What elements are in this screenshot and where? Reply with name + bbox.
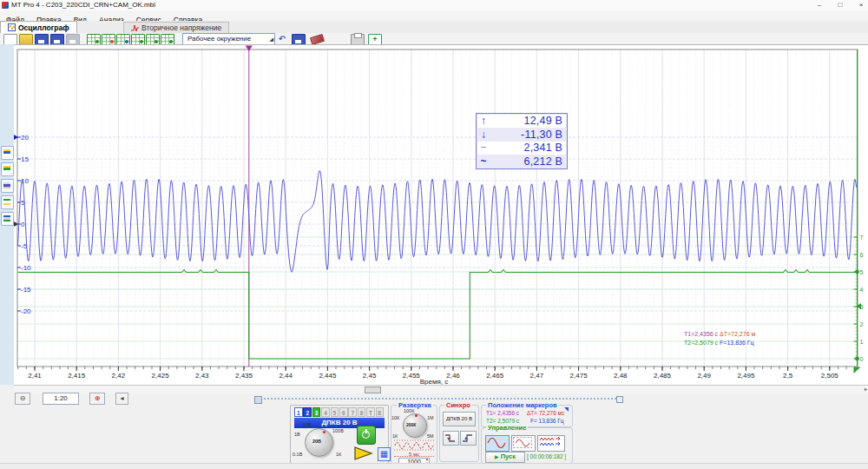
app-window: MT Pro 4 - C203_220CDI_CRN+CAM_OK.mbl – … <box>0 0 868 469</box>
channel-tab-4[interactable]: 4 <box>321 407 330 417</box>
note-f: F=13,836 Гц <box>720 340 754 346</box>
y-left-tick-label: 0 <box>21 221 25 228</box>
swknob-labels-3: 1М <box>427 415 434 420</box>
falling-edge-icon <box>444 433 457 444</box>
tab-oscilloscope-label: Осциллограф <box>18 23 69 32</box>
x-tick-label: 2,445 <box>319 372 337 380</box>
channel-quick-button-5[interactable] <box>1 212 14 226</box>
channel-quick-button-1[interactable] <box>1 146 14 160</box>
scrollbar-thumb[interactable] <box>365 386 381 393</box>
control-panel: Управление ▶ Пуск [ 00:00:06:182 ] <box>481 427 573 464</box>
sync-source-button[interactable]: ДПКВ 20 В <box>443 412 476 426</box>
channel-tab-3[interactable]: 3 <box>312 407 321 417</box>
dc-level-icon: ┄ <box>477 142 490 154</box>
oscilloscope-icon <box>8 23 16 31</box>
green-zero-marker[interactable] <box>855 357 859 361</box>
single-capture-button[interactable] <box>511 435 536 452</box>
sync-title: Синхро <box>444 401 472 409</box>
minimize-button[interactable]: – <box>812 0 826 10</box>
sync-panel: Синхро ДПКВ 20 В <box>439 405 479 462</box>
channel-quick-button-2[interactable] <box>1 162 14 176</box>
swknob-labels-4: 5М <box>427 433 434 439</box>
voltage-knob-indicator <box>323 431 326 433</box>
start-play-icon: ▶ <box>495 454 499 459</box>
calculator-button[interactable]: ▦ <box>378 447 391 461</box>
channel-tab-2[interactable]: 2 <box>303 407 312 417</box>
channel-tab-5[interactable]: 5 <box>331 407 339 417</box>
horizontal-scrollbar[interactable]: ▸ <box>14 385 868 393</box>
channel-tab-6[interactable]: 6 <box>339 407 348 417</box>
sweep-divider <box>394 456 434 457</box>
channel-quick-button-4[interactable] <box>1 195 14 209</box>
stretch-slider-end <box>616 396 623 403</box>
start-label: Пуск <box>501 452 516 460</box>
x-tick-label: 2,44 <box>279 372 293 380</box>
chknob-labels-4: 1К <box>336 452 341 457</box>
note-t2: T2=2,5079 с <box>684 340 718 346</box>
multi-waveform-icon <box>538 436 562 449</box>
start-button[interactable]: ▶ Пуск <box>485 452 525 463</box>
undo-button[interactable]: ↶ <box>276 34 288 43</box>
measure-max-value: 12,49 В <box>490 115 567 127</box>
combo-dropdown-icon: ◢ <box>269 34 273 44</box>
channel-tab-8[interactable]: 8 <box>358 407 366 417</box>
x-tick-label: 2,41 <box>28 372 42 380</box>
note-t1: T1=2,4356 с <box>684 331 718 337</box>
marker-annotation: T1=2,4356 с ΔT=72,276 м T2=2,5079 с F=13… <box>684 330 755 347</box>
app-icon <box>2 2 9 9</box>
t2-marker-handle-icon[interactable] <box>854 367 861 374</box>
zoom-level-box: 1:20 <box>43 393 79 405</box>
maximize-button[interactable]: □ <box>833 0 847 10</box>
x-tick-label: 2,475 <box>570 372 589 380</box>
arrow-down-icon: ↓ <box>477 129 490 141</box>
t1-marker-handle-icon[interactable] <box>246 46 253 52</box>
voltage-knob-value: 20В <box>312 439 321 444</box>
zoom-out-button[interactable]: ⊖ <box>15 393 30 405</box>
window-title: MT Pro 4 - C203_220CDI_CRN+CAM_OK.mbl <box>11 1 155 9</box>
measurements-box[interactable]: ↑12,49 В ↓-11,30 В ┄2,341 В ~6,212 В <box>476 113 568 169</box>
workspace-combo[interactable]: Рабочее окружение◢ <box>182 33 275 45</box>
y-right-tick-label: 2 <box>860 321 864 327</box>
stretch-slider-thumb[interactable] <box>254 396 262 404</box>
channel-tab-7[interactable]: 7 <box>348 407 357 417</box>
channel-tab-1[interactable]: 1 <box>294 407 303 417</box>
close-button[interactable]: × <box>854 0 868 10</box>
falling-edge-button[interactable] <box>443 431 459 446</box>
sweep-knob-indicator <box>415 414 418 417</box>
crank-sensor-trace <box>18 171 857 273</box>
rising-edge-button[interactable] <box>460 431 477 446</box>
scroll-left-button[interactable]: ◂ <box>115 393 128 405</box>
rising-edge-icon <box>461 433 474 444</box>
channel-tab-E[interactable]: E <box>376 407 385 417</box>
channel-tab-T[interactable]: T <box>366 407 375 417</box>
measure-row-min: ↓-11,30 В <box>477 128 567 142</box>
menu-bar: ФайлПравкаВидАнализСервисСправка <box>0 10 868 21</box>
measure-ac-value: 6,212 В <box>490 155 567 168</box>
continuous-mode-button[interactable] <box>485 435 510 452</box>
multi-trace-button[interactable] <box>537 435 565 452</box>
ac-rms-icon: ~ <box>477 155 490 168</box>
probe-play-button[interactable] <box>353 446 374 461</box>
tab-oscilloscope[interactable]: Осциллограф <box>0 21 77 33</box>
x-tick-label: 2,425 <box>152 372 170 380</box>
x-tick-label: 2,49 <box>697 372 711 380</box>
x-tick-label: 2,42 <box>112 372 126 380</box>
zoom-in-button[interactable]: ⊕ <box>89 393 105 405</box>
tab-secondary-voltage[interactable]: Вторичное напряжение <box>123 22 229 33</box>
status-bar <box>0 463 868 469</box>
x-tick-label: 2,5 <box>783 372 793 380</box>
sweep-panel: Развертка 200К 5 мс 1000▴▾ 1К10К100К1М5М <box>391 405 437 464</box>
sweep-waveform-icon <box>394 439 434 451</box>
marker-f-value: F= 13,836 Гц <box>530 418 564 425</box>
left-tool-strip <box>0 44 15 385</box>
channel-quick-button-3[interactable] <box>1 179 14 193</box>
marker-corner-icon <box>564 407 569 412</box>
chknob-labels-1: 1В <box>294 432 300 437</box>
scroll-right-arrow[interactable]: ▸ <box>865 386 867 393</box>
measure-row-max: ↑12,49 В <box>477 114 567 128</box>
record-time: [ 00:00:06:182 ] <box>527 453 566 459</box>
note-dt: ΔT=72,276 м <box>720 331 755 337</box>
x-tick-label: 2,47 <box>530 372 544 380</box>
channel-power-button[interactable] <box>357 426 376 445</box>
x-tick-label: 2,465 <box>486 372 504 380</box>
